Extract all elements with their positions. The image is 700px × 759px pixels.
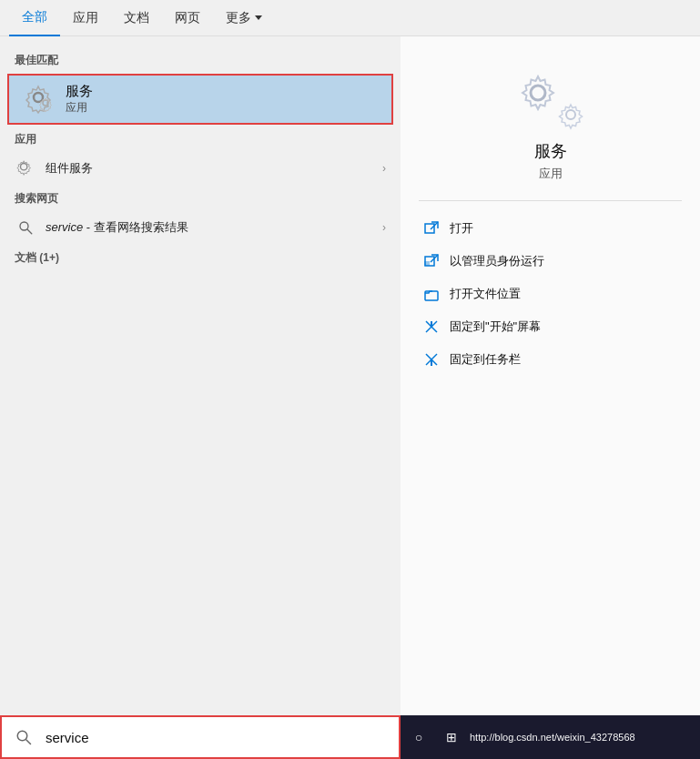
action-open[interactable]: 打开 [419,212,682,245]
action-pin-start[interactable]: 固定到"开始"屏幕 [419,310,682,343]
best-match-item[interactable]: 服务 应用 [7,74,393,125]
svg-point-2 [21,164,27,170]
apps-label: 应用 [0,126,401,151]
svg-rect-7 [425,224,434,233]
taskbar-url-text: http://blog.csdn.net/weixin_43278568 [470,732,635,743]
left-panel: 最佳匹配 [0,36,401,715]
taskbar-grid-btn[interactable]: ⊞ [437,723,466,752]
tab-all[interactable]: 全部 [9,0,60,36]
svg-point-0 [34,93,43,102]
chevron-down-icon [255,15,262,20]
docs-label: 文档 (1+) [0,245,401,269]
best-match-label: 最佳匹配 [0,47,401,72]
best-match-name: 服务 [66,83,93,100]
right-app-name: 服务 [419,140,682,162]
search-keyword: service [46,220,83,234]
svg-point-6 [566,110,575,119]
svg-rect-11 [424,261,430,266]
search-web-icon [15,217,36,238]
bottom-bar-wrapper: ○ ⊞ http://blog.csdn.net/weixin_43278568 [0,715,700,759]
pin-start-icon [422,318,441,336]
folder-location-icon [422,285,441,303]
taskbar-right: ○ ⊞ http://blog.csdn.net/weixin_43278568 [401,715,700,759]
tab-apps[interactable]: 应用 [60,0,111,36]
admin-icon [422,252,441,270]
web-label: 搜索网页 [0,186,401,210]
services-small-overlay-icon [558,102,587,131]
search-container: 全部 应用 文档 网页 更多 最佳匹配 [0,0,700,759]
right-panel: 服务 应用 打开 [401,36,700,715]
web-search-label: service - 查看网络搜索结果 [46,219,382,236]
component-services-icon [15,157,36,179]
action-run-as-admin[interactable]: 以管理员身份运行 [419,245,682,278]
tab-more[interactable]: 更多 [213,0,275,36]
action-open-label: 打开 [450,220,473,237]
web-search-item[interactable]: service - 查看网络搜索结果 › [0,210,401,245]
action-taskbar-label: 固定到任务栏 [450,351,521,368]
action-admin-label: 以管理员身份运行 [450,253,544,269]
arrow-icon: › [382,162,386,175]
search-bar [0,715,401,759]
best-match-type: 应用 [66,100,93,116]
svg-point-5 [531,86,545,100]
main-content: 最佳匹配 [0,36,700,715]
web-arrow-icon: › [382,221,386,234]
tab-docs[interactable]: 文档 [111,0,162,36]
search-icon [2,715,46,759]
pin-taskbar-icon [422,350,441,369]
web-search-suffix: - 查看网络搜索结果 [83,220,188,234]
svg-point-19 [17,731,27,741]
search-input[interactable] [46,717,399,757]
svg-line-4 [27,229,32,234]
right-app-type: 应用 [419,166,682,182]
svg-line-20 [26,740,31,744]
right-app-icon-container [419,55,682,140]
app-component-services-label: 组件服务 [46,160,382,177]
action-open-location[interactable]: 打开文件位置 [419,278,682,310]
app-item-component-services[interactable]: 组件服务 › [0,151,401,186]
open-icon [422,219,441,238]
nav-tabs: 全部 应用 文档 网页 更多 [0,0,700,36]
services-icon-best-match [24,83,56,116]
action-pin-start-label: 固定到"开始"屏幕 [450,319,541,335]
action-pin-taskbar[interactable]: 固定到任务栏 [419,343,682,376]
taskbar-circle-btn[interactable]: ○ [404,723,433,752]
svg-point-3 [20,222,28,230]
divider [419,200,682,201]
action-location-label: 打开文件位置 [450,286,521,302]
best-match-text: 服务 应用 [66,83,93,116]
tab-web[interactable]: 网页 [162,0,213,36]
